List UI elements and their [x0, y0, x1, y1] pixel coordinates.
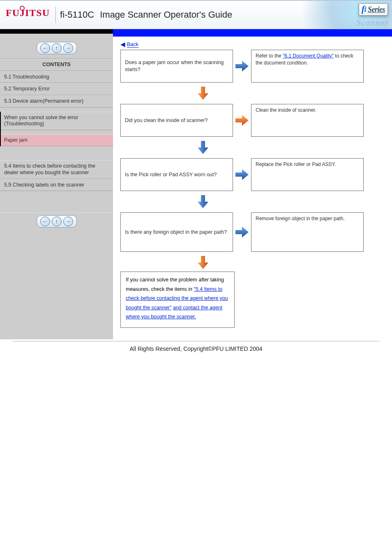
- nav-up-button-bottom[interactable]: ↑: [52, 216, 62, 226]
- nav-prev-button[interactable]: ←: [40, 43, 50, 53]
- arrow-down-blue-icon: [151, 138, 255, 157]
- series-badge: fi Series: [359, 3, 388, 16]
- sidebar-item-5-4[interactable]: 5.4 Items to check before contacting the…: [0, 160, 113, 179]
- sidebar-item-5-5[interactable]: 5.5 Checking labels on the scanner: [0, 179, 113, 191]
- arrow-up-icon: ↑: [55, 218, 58, 225]
- arrow-up-icon: ↑: [55, 45, 58, 51]
- nav-pill: ← ↑ →: [37, 42, 77, 54]
- arrow-right-icon: [233, 158, 251, 191]
- sidebar-item-troubleshooting[interactable]: When you cannot solve the error (Trouble…: [1, 112, 113, 130]
- header-separator: [55, 7, 56, 23]
- nav-bottom: ← ↑ →: [0, 212, 113, 232]
- arrow-left-icon: ←: [42, 218, 48, 225]
- arrow-down-blue-icon: [151, 193, 255, 211]
- header-decor: fi Series Scanner: [289, 1, 392, 29]
- arrow-right-icon: [233, 212, 251, 252]
- flow-step-1: Does a paper jam occur when the scanning…: [120, 50, 387, 83]
- sidebar: ← ↑ → CONTENTS 5.1 Troubleshooting 5.2 T…: [0, 29, 113, 339]
- nav-next-button[interactable]: →: [63, 43, 73, 53]
- brand-text: FUJITSU: [6, 7, 50, 18]
- main: ◀ Back Does a paper jam occur when the s…: [113, 29, 392, 339]
- nav-pill-bottom: ← ↑ →: [37, 215, 77, 228]
- brand-ring-icon: [20, 6, 25, 11]
- flow-step-4: Is there any foreign object in the paper…: [120, 212, 387, 252]
- back-triangle-icon: ◀: [120, 41, 125, 48]
- arrow-right-icon: →: [65, 45, 71, 51]
- flow-question-3: Is the Pick roller or Pad ASSY worn out?: [120, 158, 233, 191]
- flow-question-1: Does a paper jam occur when the scanning…: [120, 50, 233, 83]
- sidebar-contents-label[interactable]: CONTENTS: [0, 59, 113, 71]
- sidebar-bracket: When you cannot solve the error (Trouble…: [0, 112, 113, 147]
- badge-i: i: [364, 5, 366, 14]
- back-label: Back: [127, 41, 138, 48]
- flow-ref-2: Clean the inside of scanner.: [251, 104, 364, 137]
- nav-prev-button-bottom[interactable]: ←: [40, 216, 50, 226]
- brand: FUJITSU: [0, 7, 55, 23]
- arrow-right-icon: [233, 104, 251, 137]
- sidebar-topbar: [0, 29, 113, 34]
- flow-ref-4: Remove foreign object in the paper path.: [251, 212, 364, 252]
- arrow-down-orange-icon: [151, 253, 255, 272]
- flow-question-4: Is there any foreign object in the paper…: [120, 212, 233, 252]
- flow-ref-1-link[interactable]: "6.1 Document Quality": [283, 53, 334, 59]
- flow-ref-1-prefix: Refer to the: [256, 53, 283, 59]
- badge-series: Series: [368, 5, 385, 14]
- footer-text: All Rights Reserved, Copyright©PFU LIMIT…: [129, 345, 262, 352]
- nav-up-button[interactable]: ↑: [52, 43, 62, 53]
- sidebar-item-5-2[interactable]: 5.2 Temporary Error: [0, 83, 113, 95]
- flow-step-2: Did you clean the inside of scanner? Cle…: [120, 104, 387, 137]
- flow-ref-3: Replace the Pick roller or Pad ASSY.: [251, 158, 364, 191]
- sidebar-item-5-3[interactable]: 5.3 Device alarm(Permanent error): [0, 95, 113, 108]
- nav-top: ← ↑ →: [0, 39, 113, 59]
- flow-question-2: Did you clean the inside of scanner?: [120, 104, 233, 137]
- arrow-right-icon: →: [65, 218, 71, 225]
- back-link[interactable]: ◀ Back: [120, 41, 387, 48]
- flow-ref-1: Refer to the "6.1 Document Quality" to c…: [251, 50, 364, 83]
- arrow-right-icon: [233, 50, 251, 83]
- header: FUJITSU fi-5110C Image Scanner Operator'…: [0, 0, 392, 29]
- arrow-left-icon: ←: [42, 45, 48, 51]
- flow-final: If you cannot solve the problem after ta…: [120, 272, 235, 328]
- arrow-down-orange-icon: [151, 84, 255, 102]
- page-title: Image Scanner Operator's Guide: [100, 9, 232, 20]
- flow-step-3: Is the Pick roller or Pad ASSY worn out?…: [120, 158, 387, 191]
- footer: All Rights Reserved, Copyright©PFU LIMIT…: [0, 341, 392, 364]
- sidebar-item-paper-jam[interactable]: Paper jam: [1, 134, 113, 147]
- nav-next-button-bottom[interactable]: →: [63, 216, 73, 226]
- body: ← ↑ → CONTENTS 5.1 Troubleshooting 5.2 T…: [0, 29, 392, 339]
- model-label: fi-5110C: [60, 9, 94, 20]
- sidebar-item-5-1[interactable]: 5.1 Troubleshooting: [0, 71, 113, 83]
- main-bluebar: [113, 29, 392, 37]
- header-wash-text: Scanner: [356, 17, 389, 28]
